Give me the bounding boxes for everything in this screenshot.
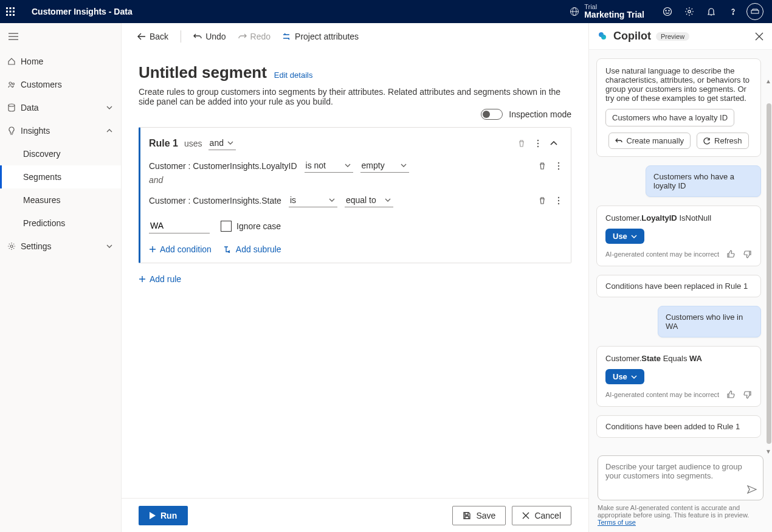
thumbs-up-icon[interactable] bbox=[726, 390, 735, 399]
data-icon bbox=[7, 103, 21, 112]
home-icon bbox=[7, 57, 21, 66]
condition-more-icon[interactable] bbox=[557, 196, 560, 205]
ai-disclaimer: AI-generated content may be incorrect bbox=[605, 250, 719, 258]
project-attributes-icon bbox=[283, 33, 291, 40]
environment-picker[interactable]: Trial Marketing Trial bbox=[570, 3, 644, 19]
scroll-down-icon[interactable]: ▼ bbox=[765, 448, 771, 454]
rule-delete-icon[interactable] bbox=[515, 137, 528, 150]
run-button[interactable]: Run bbox=[139, 506, 188, 525]
svg-point-33 bbox=[558, 202, 559, 204]
scroll-up-icon[interactable]: ▲ bbox=[765, 78, 771, 84]
save-button[interactable]: Save bbox=[452, 506, 506, 525]
copilot-suggestion-pill[interactable]: Customers who have a loyalty ID bbox=[605, 109, 734, 126]
svg-point-23 bbox=[9, 104, 15, 106]
svg-point-32 bbox=[558, 199, 559, 201]
subrule-icon bbox=[224, 246, 232, 253]
send-icon[interactable] bbox=[747, 485, 757, 494]
copilot-close-icon[interactable] bbox=[755, 32, 763, 41]
cancel-button[interactable]: Cancel bbox=[512, 506, 571, 525]
project-attributes-button[interactable]: Project attributes bbox=[278, 28, 364, 45]
help-icon[interactable] bbox=[722, 0, 744, 23]
rule-operator-dropdown[interactable]: and bbox=[209, 136, 236, 150]
inspection-label: Inspection mode bbox=[509, 109, 571, 119]
scrollbar-track[interactable]: ▲ ▼ bbox=[766, 50, 772, 532]
edit-details-link[interactable]: Edit details bbox=[274, 71, 313, 80]
undo-icon bbox=[615, 138, 622, 144]
condition-value-dropdown[interactable]: equal to bbox=[345, 193, 393, 207]
nav-collapse-icon[interactable] bbox=[0, 23, 121, 50]
nav-segments[interactable]: Segments bbox=[0, 165, 121, 188]
thumbs-down-icon[interactable] bbox=[743, 390, 752, 399]
save-icon bbox=[463, 511, 471, 520]
notifications-icon[interactable] bbox=[700, 0, 722, 23]
user-avatar[interactable] bbox=[744, 0, 766, 23]
ignore-case-option[interactable]: Ignore case bbox=[221, 221, 281, 232]
redo-button[interactable]: Redo bbox=[233, 28, 275, 45]
footer-bar: Run Save Cancel bbox=[122, 498, 588, 532]
svg-point-15 bbox=[688, 10, 691, 13]
preview-badge: Preview bbox=[656, 32, 689, 41]
rule-uses-label: uses bbox=[184, 139, 202, 148]
svg-rect-6 bbox=[6, 14, 8, 16]
condition-delete-icon[interactable] bbox=[538, 196, 546, 205]
left-nav: Home Customers Data Insights Discovery S… bbox=[0, 23, 122, 532]
nav-home[interactable]: Home bbox=[0, 50, 121, 73]
condition-attribute: Customer : CustomerInsights.LoyaltyID bbox=[149, 161, 297, 171]
create-manually-button[interactable]: Create manually bbox=[608, 133, 691, 149]
chevron-down-icon bbox=[385, 198, 391, 202]
svg-point-22 bbox=[13, 83, 15, 85]
condition-operator-dropdown[interactable]: is bbox=[289, 193, 337, 207]
rule-card: Rule 1 uses and Customer : CustomerInsig… bbox=[139, 127, 571, 263]
nav-measures[interactable]: Measures bbox=[0, 188, 121, 212]
nav-discovery[interactable]: Discovery bbox=[0, 142, 121, 165]
rule-collapse-icon[interactable] bbox=[548, 139, 560, 148]
main-content: Back Undo Redo Project attributes Untitl… bbox=[122, 23, 588, 532]
thumbs-up-icon[interactable] bbox=[726, 250, 735, 258]
plus-icon bbox=[149, 246, 156, 253]
copilot-input[interactable]: Describe your target audience to group y… bbox=[598, 455, 763, 500]
condition-delete-icon[interactable] bbox=[538, 162, 546, 170]
use-button[interactable]: Use bbox=[605, 369, 644, 384]
back-button[interactable]: Back bbox=[133, 28, 173, 45]
add-rule-button[interactable]: Add rule bbox=[139, 274, 181, 284]
svg-point-25 bbox=[537, 139, 539, 140]
ai-disclaimer: AI-generated content may be incorrect bbox=[605, 391, 719, 398]
svg-point-13 bbox=[666, 10, 666, 11]
settings-icon[interactable] bbox=[678, 0, 700, 23]
nav-data[interactable]: Data bbox=[0, 96, 121, 119]
svg-point-16 bbox=[732, 13, 733, 14]
play-icon bbox=[150, 512, 156, 519]
arrow-left-icon bbox=[137, 33, 146, 40]
condition-value-dropdown[interactable]: empty bbox=[360, 159, 409, 173]
feedback-icon[interactable] bbox=[657, 0, 678, 23]
svg-point-28 bbox=[558, 162, 559, 163]
condition-value-input[interactable] bbox=[149, 218, 210, 233]
condition-more-icon[interactable] bbox=[557, 162, 560, 170]
condition-operator-dropdown[interactable]: is not bbox=[305, 159, 353, 173]
add-subrule-button[interactable]: Add subrule bbox=[224, 244, 281, 254]
condition-attribute: Customer : CustomerInsights.State bbox=[149, 196, 281, 206]
chevron-down-icon bbox=[345, 164, 351, 167]
refresh-icon bbox=[703, 137, 711, 145]
thumbs-down-icon[interactable] bbox=[743, 250, 752, 258]
terms-link[interactable]: Terms of use bbox=[598, 519, 636, 526]
app-launcher-icon[interactable] bbox=[6, 7, 26, 16]
refresh-button[interactable]: Refresh bbox=[697, 133, 749, 149]
nav-predictions[interactable]: Predictions bbox=[0, 212, 121, 235]
nav-customers[interactable]: Customers bbox=[0, 73, 121, 96]
nav-insights[interactable]: Insights bbox=[0, 119, 121, 142]
svg-rect-3 bbox=[6, 11, 8, 13]
scrollbar-thumb[interactable] bbox=[767, 103, 771, 444]
svg-point-31 bbox=[558, 196, 559, 198]
nav-settings[interactable]: Settings bbox=[0, 235, 121, 258]
svg-rect-1 bbox=[10, 7, 12, 9]
inspection-toggle[interactable] bbox=[481, 109, 503, 120]
undo-button[interactable]: Undo bbox=[188, 28, 230, 45]
add-condition-button[interactable]: Add condition bbox=[149, 244, 212, 254]
svg-rect-8 bbox=[13, 14, 15, 16]
svg-point-14 bbox=[669, 10, 669, 11]
rule-more-icon[interactable] bbox=[534, 137, 542, 150]
insights-icon bbox=[7, 126, 21, 135]
copilot-expression: Customer.State Equals WA bbox=[605, 354, 752, 363]
use-button[interactable]: Use bbox=[605, 229, 644, 244]
